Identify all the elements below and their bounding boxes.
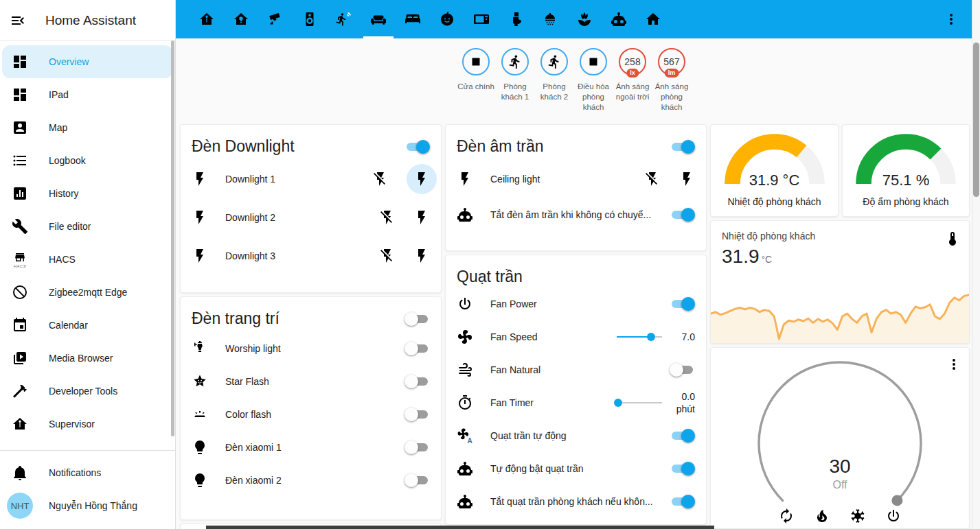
sidebar-item-user[interactable]: NHT Nguyễn Hồng Thắng	[2, 489, 173, 522]
fan-auto-toggle[interactable]	[670, 429, 695, 443]
sidebar-item-media-browser[interactable]: Media Browser	[2, 342, 173, 375]
fan-natural-toggle[interactable]	[670, 363, 695, 377]
card-menu-icon[interactable]	[946, 356, 962, 373]
color-flash-toggle[interactable]	[404, 408, 430, 421]
entity-row-worship-light[interactable]: Worship light	[181, 332, 441, 365]
flash-icon[interactable]	[679, 171, 695, 187]
sidebar-item-logbook[interactable]: Logbook	[2, 144, 173, 177]
view-dashboard-icon	[12, 86, 28, 103]
page-scrollbar[interactable]	[972, 0, 980, 529]
entity-row-den-xiaomi-1[interactable]: Đèn xiaomi 1	[181, 431, 441, 464]
gauge-value: 75.1 %	[854, 172, 957, 189]
fan-speed-slider[interactable]	[617, 336, 662, 338]
flash-on-button-active[interactable]	[407, 164, 437, 194]
fan-auto-on-toggle[interactable]	[670, 462, 695, 475]
thermostat-dial[interactable]	[751, 354, 929, 529]
tab-baby[interactable]	[430, 0, 464, 38]
entity-row-star-flash[interactable]: Star Flash	[181, 365, 441, 398]
entity-row-fan-auto[interactable]: Quạt trần tự động	[446, 419, 706, 452]
entity-row-den-xiaomi-2[interactable]: Đèn xiaomi 2	[181, 464, 441, 497]
tab-motion-sensor[interactable]	[327, 0, 361, 38]
den-xiaomi-2-toggle[interactable]	[404, 473, 430, 487]
sidebar-item-history[interactable]: History	[2, 177, 173, 210]
sidebar-item-hacs[interactable]: HACS HACS	[2, 243, 173, 276]
fan-timer-slider[interactable]	[617, 402, 662, 403]
entity-row-downlight-3[interactable]: Downlight 3	[181, 237, 441, 275]
cool-mode-icon[interactable]	[850, 508, 866, 524]
entity-row-fan-auto-on[interactable]: Tự động bật quạt trần	[446, 452, 706, 485]
fan-power-toggle[interactable]	[670, 297, 695, 311]
entity-row-downlight-2[interactable]: Downlight 2	[181, 198, 441, 237]
gauge-value: 31.9 °C	[723, 172, 826, 189]
card-den-trang-tri: Đèn trang trí Worship light Star Flash	[180, 296, 442, 520]
tab-home[interactable]	[636, 0, 670, 38]
flash-off-icon[interactable]	[379, 248, 396, 264]
sidebar-item-map[interactable]: Map	[2, 111, 173, 144]
worship-light-toggle[interactable]	[404, 342, 430, 355]
badge-anh-sang-phong-khach[interactable]: 567 lm Ánh sáng phòng khách	[652, 48, 692, 113]
tab-flower[interactable]	[567, 0, 602, 38]
tab-toilet[interactable]	[499, 0, 533, 38]
tab-shower[interactable]	[533, 0, 567, 38]
bell-icon	[12, 465, 28, 481]
sidebar-item-notifications[interactable]: Notifications	[2, 456, 173, 489]
auto-mode-icon[interactable]	[778, 508, 795, 524]
sidebar-item-overview[interactable]: Overview	[2, 45, 173, 78]
tab-robot[interactable]	[602, 0, 636, 38]
flash-off-icon[interactable]	[372, 171, 389, 187]
heat-mode-icon[interactable]	[814, 508, 830, 524]
page-scrollbar-thumb[interactable]	[973, 43, 979, 197]
gauge-card-humidity[interactable]: 75.1 % Độ ẩm phòng khách	[842, 124, 970, 217]
badge-phong-khach-1[interactable]: Phòng khách 1	[496, 48, 535, 102]
sidebar-item-calendar[interactable]: Calendar	[2, 309, 173, 342]
entity-name: Worship light	[225, 343, 404, 354]
flash-icon[interactable]	[413, 209, 430, 226]
badge-phong-khach-2[interactable]: Phòng khách 2	[535, 48, 574, 102]
ceiling-automation-toggle[interactable]	[670, 208, 695, 222]
tab-sofa-active[interactable]	[361, 0, 396, 38]
flash-off-icon[interactable]	[644, 171, 661, 187]
tab-home-assistant[interactable]	[190, 0, 224, 38]
star-flash-toggle[interactable]	[404, 375, 430, 388]
sidebar-item-supervisor[interactable]: Supervisor	[2, 408, 173, 440]
gauge-card-temperature[interactable]: 31.9 °C Nhiệt độ phòng khách	[710, 124, 839, 217]
flash-icon[interactable]	[413, 248, 430, 264]
tab-bed[interactable]	[396, 0, 430, 38]
ceiling-group-toggle[interactable]	[670, 140, 695, 154]
entity-row-fan-timer[interactable]: Fan Timer 0.0phút	[446, 386, 706, 419]
off-mode-icon[interactable]	[885, 508, 902, 524]
tab-cctv[interactable]	[258, 0, 293, 38]
sidebar-item-zigbee2mqtt[interactable]: Zigbee2mqtt Edge	[2, 276, 173, 309]
sensor-card-temperature[interactable]: Nhiệt độ phòng khách 31.9°C	[710, 220, 970, 344]
tab-speaker[interactable]	[293, 0, 327, 38]
flash-off-icon[interactable]	[379, 209, 396, 226]
entity-row-fan-power[interactable]: Fan Power	[446, 287, 706, 320]
badge-dieu-hoa[interactable]: Điều hòa phòng khách	[574, 48, 613, 113]
fan-auto-off-toggle[interactable]	[670, 495, 695, 508]
card-title: Đèn trang trí	[192, 309, 280, 328]
badge-anh-sang-ngoai-troi[interactable]: 258 lx Ánh sáng ngoài trời	[613, 48, 652, 102]
entity-row-ceiling-automation[interactable]: Tắt đèn âm trần khi không có chuyể...	[446, 198, 706, 231]
entity-row-color-flash[interactable]: Color flash	[181, 398, 441, 431]
entity-row-fan-auto-off[interactable]: Tắt quạt trần phòng khách nếu khôn...	[446, 485, 706, 518]
dial-handle[interactable]	[891, 495, 902, 506]
sidebar: Home Assistant Overview IPad Map Logbook…	[0, 0, 176, 529]
downlight-group-toggle[interactable]	[404, 140, 430, 154]
entity-row-downlight-1[interactable]: Downlight 1	[181, 160, 441, 198]
entity-row-fan-speed[interactable]: Fan Speed 7.0	[446, 320, 706, 353]
overflow-menu-icon[interactable]	[943, 11, 959, 27]
entity-name: Fan Speed	[490, 331, 617, 342]
sidebar-item-developer-tools[interactable]: Developer Tools	[2, 375, 173, 408]
entity-row-fan-natural[interactable]: Fan Natural	[446, 353, 706, 386]
den-xiaomi-1-toggle[interactable]	[404, 440, 430, 454]
badge-cua-chinh[interactable]: Cửa chính	[457, 48, 496, 92]
poll-box-icon	[12, 185, 28, 202]
sidebar-item-ipad[interactable]: IPad	[2, 78, 173, 111]
sidebar-scrollbar[interactable]	[171, 40, 174, 436]
decor-group-toggle[interactable]	[404, 312, 430, 326]
sidebar-item-file-editor[interactable]: File editor	[2, 210, 173, 243]
entity-row-ceiling-light[interactable]: Ceiling light	[446, 160, 706, 198]
tab-home-lightbulb[interactable]	[224, 0, 258, 38]
menu-open-icon[interactable]	[10, 12, 26, 29]
tab-microwave[interactable]	[464, 0, 499, 38]
